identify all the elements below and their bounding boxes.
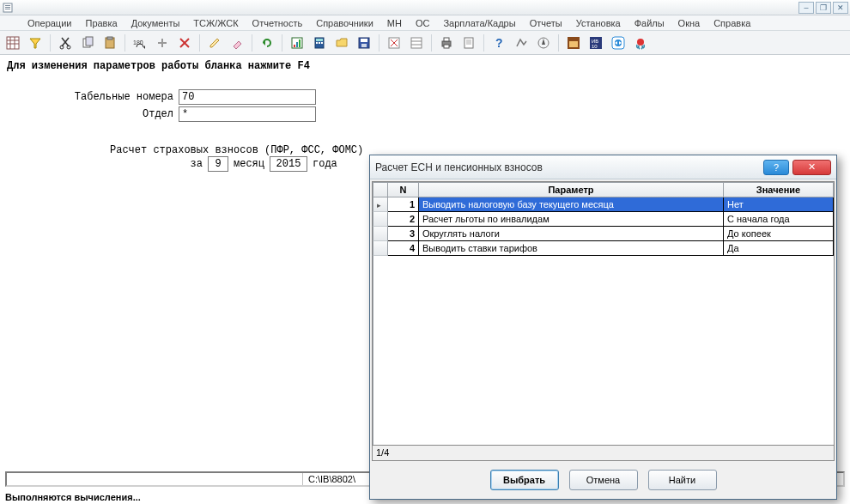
report-icon[interactable] bbox=[288, 33, 307, 52]
paste-icon[interactable] bbox=[100, 33, 119, 52]
grid-position: 1/4 bbox=[372, 446, 835, 461]
period-month-input[interactable] bbox=[208, 156, 228, 172]
svg-rect-4 bbox=[7, 37, 19, 49]
col-n: N bbox=[388, 182, 419, 197]
menu-windows[interactable]: Окна bbox=[671, 17, 707, 29]
rotate-icon[interactable]: 180 bbox=[131, 33, 149, 52]
menu-documents[interactable]: Документы bbox=[124, 17, 187, 29]
menu-mn[interactable]: МН bbox=[380, 17, 409, 29]
select-button[interactable]: Выбрать bbox=[490, 470, 559, 490]
grid-icon[interactable] bbox=[3, 33, 22, 52]
table-row[interactable]: 4 Выводить ставки тарифов Да bbox=[373, 241, 834, 256]
svg-rect-49 bbox=[464, 38, 473, 48]
svg-marker-55 bbox=[542, 39, 545, 45]
sheet-x-icon[interactable] bbox=[385, 33, 404, 52]
octopus-icon[interactable] bbox=[631, 33, 650, 52]
menubar: Операции Правка Документы ТСЖ/ЖСК Отчетн… bbox=[0, 15, 850, 31]
menu-payroll[interactable]: Зарплата/Кадры bbox=[436, 17, 522, 29]
plus-icon[interactable] bbox=[153, 33, 172, 52]
menu-files[interactable]: Файлы bbox=[628, 17, 671, 29]
svg-rect-17 bbox=[107, 37, 112, 39]
menu-os[interactable]: ОС bbox=[409, 17, 437, 29]
help-icon[interactable]: ? bbox=[489, 33, 508, 52]
dialog-title: Расчет ЕСН и пенсионных взносов bbox=[375, 161, 543, 173]
col-val: Значение bbox=[724, 182, 834, 197]
dept-input[interactable] bbox=[179, 106, 316, 122]
copy-icon[interactable] bbox=[78, 33, 97, 52]
edit-icon[interactable] bbox=[205, 33, 224, 52]
svg-rect-1 bbox=[5, 5, 10, 6]
svg-point-65 bbox=[637, 39, 644, 46]
tabnum-input[interactable] bbox=[179, 89, 316, 105]
sheet-icon[interactable] bbox=[407, 33, 426, 52]
params-grid[interactable]: N Параметр Значение 1 Выводить налоговую… bbox=[372, 181, 835, 446]
table-row[interactable]: 3 Округлять налоги До копеек bbox=[373, 227, 834, 241]
svg-rect-30 bbox=[299, 39, 301, 47]
dialog-close-button[interactable]: ✕ bbox=[792, 160, 831, 175]
compass-icon[interactable] bbox=[534, 33, 553, 52]
svg-rect-48 bbox=[444, 45, 449, 48]
svg-text:?: ? bbox=[495, 36, 503, 50]
icon-box1[interactable] bbox=[564, 33, 583, 52]
delete-icon[interactable] bbox=[175, 33, 194, 52]
minimize-button[interactable]: – bbox=[798, 2, 814, 14]
menu-reporting[interactable]: Отчетность bbox=[246, 17, 310, 29]
dialog-help-button[interactable]: ? bbox=[763, 160, 789, 175]
folder-open-icon[interactable] bbox=[332, 33, 351, 52]
params-dialog: Расчет ЕСН и пенсионных взносов ? ✕ N Па… bbox=[369, 155, 837, 500]
icon-box2[interactable]: ИБ10 bbox=[586, 33, 605, 52]
svg-rect-33 bbox=[316, 42, 318, 44]
col-param: Параметр bbox=[419, 182, 724, 197]
svg-rect-43 bbox=[411, 38, 422, 48]
table-row[interactable]: 2 Расчет льготы по инвалидам С начала го… bbox=[373, 212, 834, 227]
status-path: C:\IB\8802\ bbox=[303, 473, 372, 485]
arrow-path-icon[interactable] bbox=[512, 33, 531, 52]
find-button[interactable]: Найти bbox=[648, 470, 717, 490]
save-icon[interactable] bbox=[355, 33, 373, 52]
svg-rect-34 bbox=[319, 42, 320, 44]
eraser-icon[interactable] bbox=[228, 33, 246, 52]
svg-marker-25 bbox=[234, 41, 241, 49]
table-row[interactable]: 1 Выводить налоговую базу текущего месяц… bbox=[373, 197, 834, 212]
restore-button[interactable]: ❐ bbox=[816, 2, 831, 14]
svg-rect-32 bbox=[316, 39, 323, 41]
menu-reports[interactable]: Отчеты bbox=[523, 17, 569, 29]
dialog-titlebar: Расчет ЕСН и пенсионных взносов ? ✕ bbox=[370, 155, 836, 179]
filter-icon[interactable] bbox=[26, 33, 45, 52]
menu-edit[interactable]: Правка bbox=[78, 17, 124, 29]
titlebar: – ❐ ✕ bbox=[0, 0, 850, 15]
teamviewer-icon[interactable] bbox=[609, 33, 628, 52]
print-icon[interactable] bbox=[437, 33, 456, 52]
svg-rect-3 bbox=[5, 9, 10, 9]
document-icon[interactable] bbox=[459, 33, 478, 52]
refresh-icon[interactable] bbox=[258, 33, 276, 52]
period-year-input[interactable] bbox=[270, 156, 307, 172]
svg-rect-28 bbox=[294, 45, 295, 47]
cancel-button[interactable]: Отмена bbox=[569, 470, 638, 490]
svg-rect-15 bbox=[86, 37, 93, 46]
close-button[interactable]: ✕ bbox=[833, 2, 848, 14]
svg-rect-2 bbox=[5, 7, 10, 8]
hint-text: Для изменения параметров работы бланка н… bbox=[7, 60, 843, 72]
app-icon bbox=[2, 2, 14, 14]
svg-marker-19 bbox=[143, 46, 145, 49]
svg-text:10: 10 bbox=[592, 44, 598, 49]
tabnum-label: Табельные номера bbox=[7, 91, 179, 103]
cut-icon[interactable] bbox=[56, 33, 75, 52]
toolbar: 180 ? ИБ10 bbox=[0, 31, 850, 55]
svg-rect-47 bbox=[444, 38, 449, 41]
svg-marker-36 bbox=[337, 39, 347, 46]
svg-marker-9 bbox=[30, 39, 40, 48]
menu-operations[interactable]: Операции bbox=[21, 17, 78, 29]
menu-tszh[interactable]: ТСЖ/ЖСК bbox=[186, 17, 245, 29]
col-marker bbox=[373, 182, 388, 197]
menu-dictionaries[interactable]: Справочники bbox=[309, 17, 380, 29]
menu-help[interactable]: Справка bbox=[707, 17, 757, 29]
svg-rect-39 bbox=[361, 44, 367, 47]
svg-rect-29 bbox=[296, 42, 298, 47]
svg-marker-24 bbox=[210, 39, 219, 47]
svg-rect-38 bbox=[361, 39, 367, 42]
svg-rect-57 bbox=[569, 41, 578, 47]
menu-setup[interactable]: Установка bbox=[569, 17, 628, 29]
calc-icon[interactable] bbox=[310, 33, 329, 52]
